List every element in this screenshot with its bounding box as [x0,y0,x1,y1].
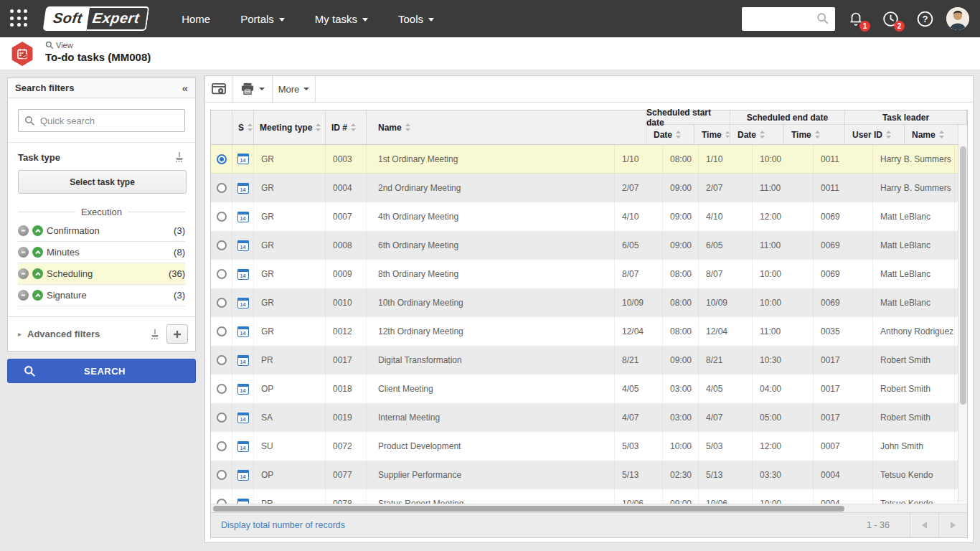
app-grid-icon[interactable] [10,9,29,28]
meeting-calendar-icon[interactable]: 14 [237,212,249,222]
row-radio[interactable] [217,499,227,504]
chevron-up-icon[interactable] [32,290,43,301]
user-avatar[interactable] [946,6,970,31]
table-row[interactable]: 14 PR 0017 Digital Transformation 8/21 0… [211,346,967,375]
table-row[interactable]: 14 GR 0007 4th Ordinary Meeting 4/10 09:… [211,202,967,231]
table-row[interactable]: 14 PR 0078 Status Report Meeting 10/06 0… [211,489,967,504]
display-total-link[interactable]: Display total number of records [211,520,345,530]
advanced-filters-toggle[interactable]: Advanced filters [27,329,100,339]
scrollbar-thumb[interactable] [213,506,844,512]
row-radio[interactable] [217,154,227,164]
remove-filter-icon[interactable] [18,247,29,258]
row-radio[interactable] [217,470,227,480]
next-page-button[interactable] [938,513,967,537]
row-radio[interactable] [217,441,227,451]
row-radio[interactable] [217,326,227,336]
remove-filter-icon[interactable] [18,225,29,236]
header-end-time[interactable]: Time [784,125,845,144]
prev-page-button[interactable] [910,513,938,537]
search-button[interactable]: SEARCH [7,359,196,383]
row-radio[interactable] [217,384,227,394]
header-start-time[interactable]: Time [694,125,730,144]
meeting-calendar-icon[interactable]: 14 [237,384,249,395]
meeting-calendar-icon[interactable]: 14 [237,183,249,194]
table-row[interactable]: 14 GR 0010 10th Ordinary Meeting 10/09 0… [211,288,967,317]
pending-tasks-button[interactable]: 2 [877,5,904,32]
remove-filter-icon[interactable] [18,290,29,301]
row-radio[interactable] [217,413,227,423]
header-id[interactable]: ID # [326,110,367,144]
table-row[interactable]: 14 SU 0072 Product Development 5/03 10:0… [211,432,967,461]
row-radio[interactable] [217,240,227,250]
sort-icon[interactable] [760,131,765,138]
header-name[interactable]: Name [367,110,646,144]
table-row[interactable]: 14 GR 0008 6th Ordinary Meeting 6/05 09:… [211,231,967,260]
meeting-calendar-icon[interactable]: 14 [237,240,249,251]
schedule-view-button[interactable] [205,76,232,102]
more-button[interactable]: More [273,76,316,102]
global-search-input[interactable] [742,7,835,31]
meeting-calendar-icon[interactable]: 14 [237,441,249,452]
table-row[interactable]: 14 GR 0004 2nd Ordinary Meeting 2/07 09:… [211,174,967,202]
table-row[interactable]: 14 OP 0018 Client Meeting 4/05 03:00 4/0… [211,375,967,403]
meeting-calendar-icon[interactable]: 14 [237,499,249,504]
meeting-calendar-icon[interactable]: 14 [237,355,249,366]
table-row[interactable]: 14 GR 0012 12th Ordinary Meeting 12/04 0… [211,317,967,346]
header-s[interactable]: S [232,110,254,144]
meeting-calendar-icon[interactable]: 14 [237,269,249,280]
clear-filter-icon[interactable] [149,329,161,340]
meeting-calendar-icon[interactable]: 14 [237,413,249,423]
add-filter-button[interactable] [166,324,188,344]
row-radio[interactable] [217,269,227,279]
clear-filter-icon[interactable] [174,151,185,163]
select-task-type-button[interactable]: Select task type [18,170,187,194]
table-row[interactable]: 14 GR 0003 1st Ordinary Meeting 1/10 08:… [211,145,967,174]
menu-home[interactable]: Home [166,0,225,37]
sort-icon[interactable] [405,123,410,131]
header-end-date[interactable]: Date [730,125,784,144]
sort-icon[interactable] [676,131,681,138]
header-meeting-type[interactable]: Meeting type [254,110,326,144]
print-button[interactable] [232,76,273,102]
collapse-panel-icon[interactable]: « [182,82,188,94]
help-button[interactable]: ? [911,5,938,32]
quick-search-input[interactable] [40,116,179,126]
expand-arrow-icon[interactable]: ▸ [18,330,22,338]
filter-item-minutes[interactable]: Minutes(8) [18,242,185,263]
meeting-calendar-icon[interactable]: 14 [237,298,249,309]
header-start-date[interactable]: Date [646,125,694,144]
meeting-calendar-icon[interactable]: 14 [237,154,249,164]
filter-item-confirmation[interactable]: Confirmation(3) [18,220,185,242]
table-row[interactable]: 14 GR 0009 8th Ordinary Meeting 8/07 08:… [211,260,967,288]
header-user-id[interactable]: User ID [845,125,905,144]
vertical-scrollbar[interactable] [958,125,967,503]
row-radio[interactable] [217,298,227,308]
header-leader-name[interactable]: Name [905,125,980,144]
table-row[interactable]: 14 OP 0077 Supplier Performance 5/13 02:… [211,461,967,489]
sort-icon[interactable] [248,123,253,131]
sort-icon[interactable] [316,123,321,131]
filter-item-signature[interactable]: Signature(3) [18,285,185,306]
sort-icon[interactable] [725,131,730,138]
remove-filter-icon[interactable] [18,268,29,279]
meeting-calendar-icon[interactable]: 14 [237,326,249,337]
row-radio[interactable] [217,183,227,193]
sort-icon[interactable] [939,131,944,138]
meeting-calendar-icon[interactable]: 14 [237,470,249,481]
row-radio[interactable] [217,355,227,365]
chevron-up-icon[interactable] [32,225,43,236]
row-radio[interactable] [217,212,227,222]
chevron-up-icon[interactable] [32,268,43,279]
sort-icon[interactable] [351,123,356,131]
menu-portals[interactable]: Portals [225,0,300,37]
menu-my-tasks[interactable]: My tasks [300,0,383,37]
scrollbar-thumb[interactable] [960,146,966,405]
notifications-button[interactable]: 1 [842,5,870,32]
softexpert-logo[interactable]: SoftExpert [43,6,150,31]
horizontal-scrollbar[interactable] [211,504,967,512]
filter-item-scheduling[interactable]: Scheduling(36) [18,263,185,285]
sort-icon[interactable] [815,131,820,138]
sort-icon[interactable] [886,131,891,138]
menu-tools[interactable]: Tools [383,0,449,37]
table-row[interactable]: 14 SA 0019 Internal Meeting 4/07 03:00 4… [211,403,967,432]
